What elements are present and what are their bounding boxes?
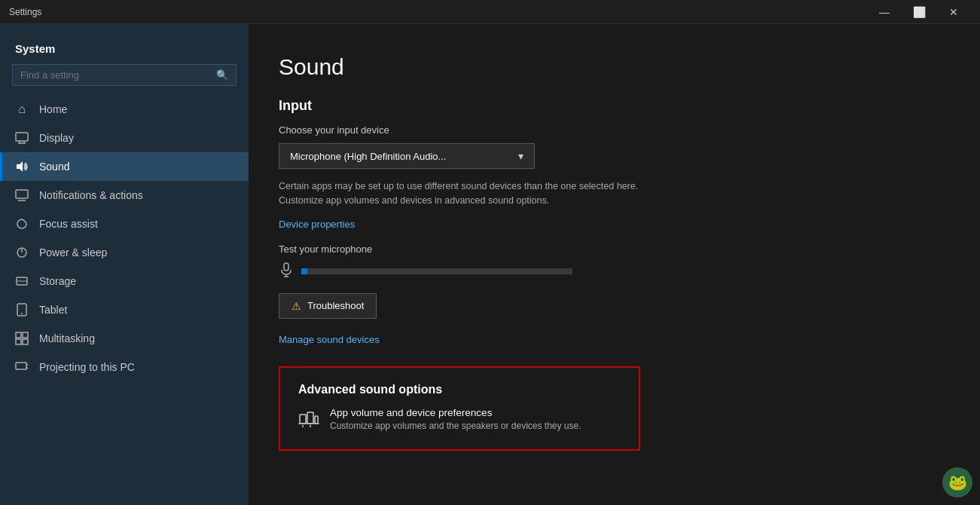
microphone-icon <box>279 262 294 281</box>
sidebar-item-multitasking[interactable]: Multitasking <box>0 324 249 353</box>
tablet-icon <box>15 303 29 317</box>
app-body: System 🔍 ⌂ Home Display Sound Notificati… <box>0 24 980 505</box>
sidebar-item-label: Tablet <box>39 304 67 316</box>
multitasking-icon <box>15 332 29 345</box>
close-button[interactable]: ✕ <box>936 0 971 24</box>
svg-rect-25 <box>315 416 318 424</box>
window-controls: — ⬜ ✕ <box>867 0 971 24</box>
advanced-sound-options-box: Advanced sound options App volume and de… <box>279 366 640 451</box>
input-info-text: Certain apps may be set up to use differ… <box>279 179 640 208</box>
maximize-button[interactable]: ⬜ <box>902 0 936 24</box>
svg-rect-20 <box>284 263 289 271</box>
sidebar-item-power[interactable]: Power & sleep <box>0 238 249 267</box>
svg-point-12 <box>21 313 23 314</box>
sidebar-item-label: Projecting to this PC <box>39 361 135 373</box>
chevron-down-icon: ▾ <box>518 150 524 162</box>
troubleshoot-button[interactable]: ⚠ Troubleshoot <box>279 293 377 319</box>
svg-rect-23 <box>300 415 306 424</box>
sidebar-item-sound[interactable]: Sound <box>0 152 249 181</box>
focus-icon <box>15 217 29 231</box>
mic-level-fill <box>301 268 307 274</box>
search-icon: 🔍 <box>216 69 228 81</box>
watermark-circle: 🐸 <box>942 467 972 497</box>
power-icon <box>15 246 29 259</box>
app-volume-icon <box>298 409 319 434</box>
sidebar: System 🔍 ⌂ Home Display Sound Notificati… <box>0 24 249 505</box>
watermark: 🐸 <box>942 467 972 497</box>
sound-icon <box>15 160 29 173</box>
test-mic-label: Test your microphone <box>279 243 942 255</box>
svg-rect-13 <box>16 332 21 338</box>
svg-marker-4 <box>17 161 23 172</box>
notifications-icon <box>15 188 29 202</box>
svg-rect-14 <box>23 332 28 338</box>
app-volume-title: App volume and device preferences <box>330 407 582 418</box>
sidebar-item-label: Focus assist <box>39 218 98 230</box>
sidebar-item-label: Storage <box>39 275 76 287</box>
svg-rect-5 <box>16 190 28 198</box>
sidebar-item-label: Display <box>39 132 74 144</box>
sidebar-item-label: Power & sleep <box>39 246 107 259</box>
storage-icon <box>15 274 29 288</box>
sidebar-item-storage[interactable]: Storage <box>0 267 249 295</box>
device-label: Choose your input device <box>279 124 942 136</box>
sidebar-item-projecting[interactable]: Projecting to this PC <box>0 353 249 381</box>
search-box[interactable]: 🔍 <box>12 64 237 86</box>
sidebar-item-label: Notifications & actions <box>39 189 143 201</box>
sidebar-header: System <box>0 24 249 64</box>
section-title-input: Input <box>279 98 942 114</box>
page-title: Sound <box>279 54 942 80</box>
sidebar-item-tablet[interactable]: Tablet <box>0 295 249 324</box>
minimize-button[interactable]: — <box>867 0 902 24</box>
input-device-select[interactable]: Microphone (High Definition Audio... ▾ <box>279 143 535 169</box>
manage-sound-devices-link[interactable]: Manage sound devices <box>279 334 380 345</box>
mic-bar-row <box>279 262 942 281</box>
sidebar-item-notifications[interactable]: Notifications & actions <box>0 181 249 210</box>
app-volume-text: App volume and device preferences Custom… <box>330 407 582 431</box>
svg-rect-15 <box>16 339 21 344</box>
app-volume-item[interactable]: App volume and device preferences Custom… <box>298 407 621 434</box>
projecting-icon <box>15 360 29 374</box>
display-icon <box>15 131 29 145</box>
svg-rect-17 <box>16 363 26 369</box>
sidebar-item-home[interactable]: ⌂ Home <box>0 95 249 124</box>
sidebar-item-display[interactable]: Display <box>0 124 249 152</box>
svg-rect-24 <box>307 412 313 424</box>
device-select-text: Microphone (High Definition Audio... <box>290 151 518 162</box>
sidebar-item-label: Sound <box>39 161 69 173</box>
svg-rect-16 <box>23 339 28 344</box>
main-content: Sound Input Choose your input device Mic… <box>249 24 980 505</box>
device-properties-link[interactable]: Device properties <box>279 219 355 230</box>
warning-icon: ⚠ <box>292 300 301 312</box>
sidebar-item-label: Home <box>39 103 67 115</box>
troubleshoot-label: Troubleshoot <box>307 300 364 311</box>
advanced-section-title: Advanced sound options <box>298 383 621 396</box>
title-bar: Settings — ⬜ ✕ <box>0 0 980 24</box>
app-title: Settings <box>9 7 41 17</box>
mic-level-bar <box>301 268 572 274</box>
svg-rect-0 <box>16 133 28 141</box>
sidebar-item-label: Multitasking <box>39 332 95 344</box>
search-input[interactable] <box>20 69 216 81</box>
sidebar-item-focus[interactable]: Focus assist <box>0 210 249 238</box>
app-volume-desc: Customize app volumes and the speakers o… <box>330 421 582 431</box>
home-icon: ⌂ <box>15 103 29 116</box>
